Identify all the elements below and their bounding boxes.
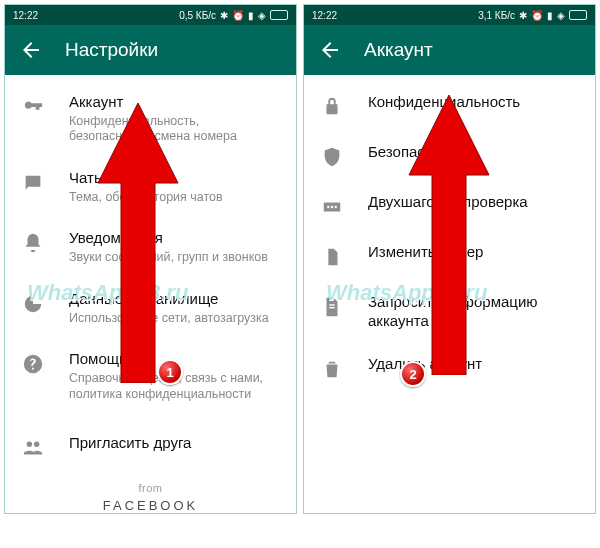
item-title: Данные и хранилище bbox=[69, 290, 282, 309]
svg-rect-5 bbox=[329, 307, 335, 308]
item-title: Помощь bbox=[69, 350, 282, 369]
settings-item-data[interactable]: Данные и хранилище Использование сети, а… bbox=[5, 278, 296, 338]
item-title: Изменить номер bbox=[368, 243, 581, 262]
item-title: Чаты bbox=[69, 169, 282, 188]
item-title: Пригласить друга bbox=[69, 434, 282, 453]
status-time: 12:22 bbox=[312, 10, 337, 21]
group-icon bbox=[21, 436, 45, 460]
battery-icon bbox=[270, 10, 288, 20]
settings-list: Аккаунт Конфиденциальность, безопасность… bbox=[5, 75, 296, 513]
svg-point-1 bbox=[327, 206, 329, 208]
battery-icon bbox=[569, 10, 587, 20]
settings-item-notifications[interactable]: Уведомления Звуки сообщений, групп и зво… bbox=[5, 217, 296, 277]
sim-icon bbox=[320, 245, 344, 269]
account-item-security[interactable]: Безопасность bbox=[304, 131, 595, 181]
item-title: Двухшаговая проверка bbox=[368, 193, 581, 212]
item-title: Уведомления bbox=[69, 229, 282, 248]
footer-from: from bbox=[5, 482, 296, 494]
back-button[interactable] bbox=[19, 38, 43, 62]
status-right: 0,5 КБ/с ✱ ⏰ ▮ ◈ bbox=[179, 10, 288, 21]
phone-right: 12:22 3,1 КБ/с ✱ ⏰ ▮ ◈ Аккаунт Конфиденц… bbox=[303, 4, 596, 514]
item-subtitle: Справочный центр, связь с нами, политика… bbox=[69, 371, 282, 402]
help-icon bbox=[21, 352, 45, 376]
alarm-icon: ⏰ bbox=[232, 10, 244, 21]
status-time: 12:22 bbox=[13, 10, 38, 21]
footer-brand: FACEBOOK bbox=[5, 498, 296, 513]
item-title: Безопасность bbox=[368, 143, 581, 162]
header-title: Аккаунт bbox=[364, 39, 433, 61]
svg-point-3 bbox=[334, 206, 336, 208]
settings-item-invite[interactable]: Пригласить друга bbox=[5, 422, 296, 472]
item-title: Конфиденциальность bbox=[368, 93, 581, 112]
trash-icon bbox=[320, 357, 344, 381]
back-button[interactable] bbox=[318, 38, 342, 62]
item-title: Аккаунт bbox=[69, 93, 282, 112]
status-right: 3,1 КБ/с ✱ ⏰ ▮ ◈ bbox=[478, 10, 587, 21]
bluetooth-icon: ✱ bbox=[519, 10, 527, 21]
item-title: Удалить аккаунт bbox=[368, 355, 581, 374]
chat-icon bbox=[21, 171, 45, 195]
item-subtitle: Звуки сообщений, групп и звонков bbox=[69, 250, 282, 266]
wifi-icon: ◈ bbox=[258, 10, 266, 21]
item-subtitle: Тема, обои, история чатов bbox=[69, 190, 282, 206]
bell-icon bbox=[21, 231, 45, 255]
header-title: Настройки bbox=[65, 39, 158, 61]
data-icon bbox=[21, 292, 45, 316]
signal-icon: ▮ bbox=[547, 10, 553, 21]
doc-icon bbox=[320, 295, 344, 319]
status-bar: 12:22 0,5 КБ/с ✱ ⏰ ▮ ◈ bbox=[5, 5, 296, 25]
app-header: Аккаунт bbox=[304, 25, 595, 75]
alarm-icon: ⏰ bbox=[531, 10, 543, 21]
bluetooth-icon: ✱ bbox=[220, 10, 228, 21]
svg-point-2 bbox=[331, 206, 333, 208]
phone-left: 12:22 0,5 КБ/с ✱ ⏰ ▮ ◈ Настройки Аккаунт… bbox=[4, 4, 297, 514]
account-list: Конфиденциальность Безопасность Двухшаго… bbox=[304, 75, 595, 513]
account-item-request-info[interactable]: Запросить информацию аккаунта bbox=[304, 281, 595, 343]
account-item-two-step[interactable]: Двухшаговая проверка bbox=[304, 181, 595, 231]
settings-item-chats[interactable]: Чаты Тема, обои, история чатов bbox=[5, 157, 296, 217]
account-item-change-number[interactable]: Изменить номер bbox=[304, 231, 595, 281]
shield-icon bbox=[320, 145, 344, 169]
app-header: Настройки bbox=[5, 25, 296, 75]
settings-item-account[interactable]: Аккаунт Конфиденциальность, безопасность… bbox=[5, 81, 296, 157]
item-title: Запросить информацию аккаунта bbox=[368, 293, 581, 331]
signal-icon: ▮ bbox=[248, 10, 254, 21]
settings-item-help[interactable]: Помощь Справочный центр, связь с нами, п… bbox=[5, 338, 296, 414]
twostep-icon bbox=[320, 195, 344, 219]
wifi-icon: ◈ bbox=[557, 10, 565, 21]
status-bar: 12:22 3,1 КБ/с ✱ ⏰ ▮ ◈ bbox=[304, 5, 595, 25]
account-item-delete[interactable]: Удалить аккаунт bbox=[304, 343, 595, 393]
item-subtitle: Использование сети, автозагрузка bbox=[69, 311, 282, 327]
key-icon bbox=[21, 95, 45, 119]
account-item-privacy[interactable]: Конфиденциальность bbox=[304, 81, 595, 131]
lock-icon bbox=[320, 95, 344, 119]
svg-rect-4 bbox=[329, 304, 335, 305]
item-subtitle: Конфиденциальность, безопасность, смена … bbox=[69, 114, 282, 145]
